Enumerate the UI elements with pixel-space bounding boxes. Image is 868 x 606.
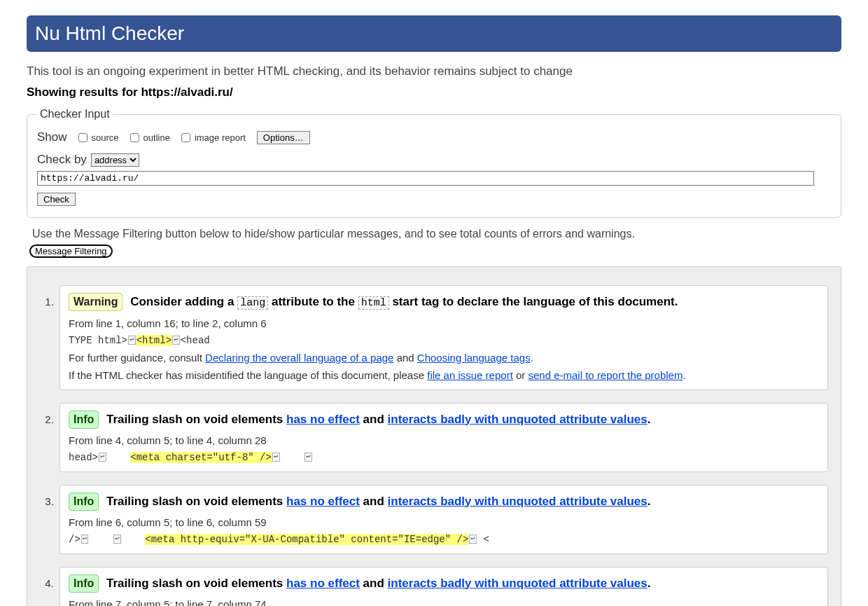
message-guidance: For further guidance, consult Declaring …	[69, 352, 819, 364]
newline-icon: ↩	[272, 453, 280, 462]
message-card: Info Trailing slash on void elements has…	[59, 485, 828, 554]
message-code: />↩ ↩ <meta http-equiv="X-UA-Compatible"…	[69, 534, 819, 545]
message-code: TYPE html>↩<html>↩<head	[69, 335, 819, 346]
message-location: From line 4, column 5; to line 4, column…	[69, 434, 819, 446]
message-heading: Info Trailing slash on void elements has…	[69, 411, 819, 429]
message-code: head>↩ <meta charset="utf-8" />↩ ↩	[69, 452, 819, 463]
warning-badge: Warning	[69, 293, 122, 311]
message-item: Info Trailing slash on void elements has…	[57, 403, 828, 472]
page-title-text: Nu Html Checker	[35, 22, 184, 44]
info-badge: Info	[69, 574, 99, 593]
results-prefix: Showing results for	[27, 85, 141, 99]
outline-checkbox[interactable]	[130, 133, 139, 142]
code-highlight: <meta charset="utf-8" />	[130, 452, 272, 463]
source-checkbox-text: source	[92, 132, 119, 143]
code-chip-lang: lang	[237, 296, 268, 310]
link-file-issue[interactable]: file an issue report	[427, 369, 513, 381]
info-badge: Info	[69, 493, 99, 511]
link-send-email[interactable]: send e-mail to report the problem	[528, 369, 683, 381]
message-misidentified: If the HTML checker has misidentified th…	[69, 369, 819, 381]
newline-icon: ↩	[172, 336, 180, 345]
outline-checkbox-text: outline	[144, 132, 170, 143]
show-label: Show	[37, 130, 67, 144]
code-pre: head>	[69, 452, 98, 463]
results-url: https://alvadi.ru/	[141, 85, 232, 99]
results-heading: Showing results for https://alvadi.ru/	[27, 85, 841, 99]
msg-text: .	[648, 577, 651, 590]
url-input[interactable]	[37, 171, 814, 186]
link-has-no-effect[interactable]: has no effect	[286, 495, 360, 508]
page-title: Nu Html Checker	[27, 15, 841, 52]
link-interacts-badly[interactable]: interacts badly with unquoted attribute …	[388, 495, 648, 508]
mis-pre: If the HTML checker has misidentified th…	[69, 369, 427, 381]
msg-text: and	[360, 577, 388, 590]
checkby-row: Check by address	[37, 153, 831, 167]
code-chip-html: html	[358, 296, 389, 310]
message-location: From line 6, column 5; to line 6, column…	[69, 516, 819, 528]
show-row: Show source outline image report Options…	[37, 130, 831, 144]
guidance-pre: For further guidance, consult	[69, 352, 205, 364]
msg-text: Consider adding a	[130, 295, 237, 308]
guidance-post: .	[531, 352, 533, 364]
newline-icon: ↩	[81, 535, 89, 544]
msg-text: .	[648, 413, 651, 426]
msg-text: Trailing slash on void elements	[106, 577, 286, 590]
message-item: Info Trailing slash on void elements has…	[57, 567, 828, 607]
code-highlight: <html>	[136, 335, 172, 346]
outline-checkbox-label[interactable]: outline	[127, 131, 170, 144]
link-choosing-language-tags[interactable]: Choosing language tags	[417, 352, 531, 364]
mis-mid: or	[513, 369, 528, 381]
image-report-checkbox-label[interactable]: image report	[178, 131, 246, 144]
results-box: Warning Consider adding a lang attribute…	[27, 266, 841, 606]
newline-icon: ↩	[99, 453, 106, 462]
message-heading: Info Trailing slash on void elements has…	[69, 493, 819, 511]
message-card: Info Trailing slash on void elements has…	[59, 403, 828, 472]
message-filtering-button[interactable]: Message Filtering	[29, 245, 113, 258]
info-badge: Info	[69, 411, 99, 429]
newline-icon: ↩	[469, 535, 477, 544]
msg-text: Trailing slash on void elements	[106, 413, 286, 426]
msg-text: start tag to declare the language of thi…	[392, 295, 678, 308]
message-location: From line 1, column 16; to line 2, colum…	[69, 317, 819, 329]
msg-text: and	[360, 495, 388, 508]
message-card: Info Trailing slash on void elements has…	[59, 567, 828, 607]
message-heading: Info Trailing slash on void elements has…	[69, 574, 819, 593]
image-report-checkbox[interactable]	[181, 133, 190, 142]
link-interacts-badly[interactable]: interacts badly with unquoted attribute …	[388, 413, 648, 426]
code-pre: TYPE html>	[69, 335, 127, 346]
link-has-no-effect[interactable]: has no effect	[286, 413, 360, 426]
link-has-no-effect[interactable]: has no effect	[286, 577, 360, 590]
check-button[interactable]: Check	[37, 193, 76, 206]
page-subtitle: This tool is an ongoing experiment in be…	[27, 64, 841, 78]
checker-input-fieldset: Checker Input Show source outline image …	[27, 108, 841, 218]
message-item: Info Trailing slash on void elements has…	[57, 485, 828, 554]
link-interacts-badly[interactable]: interacts badly with unquoted attribute …	[388, 577, 648, 590]
msg-text: and	[360, 413, 388, 426]
msg-text: Trailing slash on void elements	[106, 495, 286, 508]
checkby-label: Check by	[37, 153, 87, 167]
msg-text: attribute to the	[272, 295, 358, 308]
source-checkbox-label[interactable]: source	[76, 131, 119, 144]
mis-post: .	[682, 369, 685, 381]
image-report-checkbox-text: image report	[195, 132, 246, 143]
checker-input-legend: Checker Input	[37, 108, 113, 120]
msg-text: .	[648, 495, 651, 508]
options-button[interactable]: Options…	[257, 131, 310, 144]
code-post: <	[477, 534, 489, 545]
newline-icon: ↩	[128, 336, 136, 345]
messages-list: Warning Consider adding a lang attribute…	[40, 285, 828, 606]
filter-hint: Use the Message Filtering button below t…	[32, 228, 841, 240]
message-card: Warning Consider adding a lang attribute…	[59, 285, 828, 390]
message-location: From line 7, column 5; to line 7, column…	[69, 598, 819, 607]
code-pre: />	[69, 534, 80, 545]
message-item: Warning Consider adding a lang attribute…	[57, 285, 828, 390]
guidance-mid: and	[393, 352, 416, 364]
message-heading: Warning Consider adding a lang attribute…	[69, 293, 819, 312]
checkby-select[interactable]: address	[91, 153, 139, 167]
code-highlight: <meta http-equiv="X-UA-Compatible" conte…	[145, 534, 468, 545]
source-checkbox[interactable]	[78, 133, 88, 142]
newline-icon: ↩	[304, 453, 312, 462]
newline-icon: ↩	[113, 535, 121, 544]
code-post: <head	[181, 335, 210, 346]
link-declaring-language[interactable]: Declaring the overall language of a page	[205, 352, 393, 364]
